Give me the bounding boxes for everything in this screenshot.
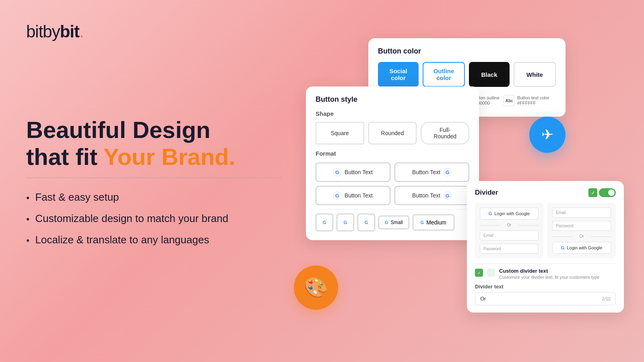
shape-rounded[interactable]: Rounded [368,122,417,144]
cursor-icon: ✈ [541,126,553,143]
shape-label: Shape [316,110,469,117]
shape-full-rounded[interactable]: Full-Rounded [421,122,469,144]
format-btn-2-text: Button Text [412,169,440,175]
divider-input-row[interactable]: Or 2/10 [475,292,616,305]
login-google-text-2: Login with Google [567,245,602,250]
logo-bit1: bit [26,22,43,41]
custom-divider-desc: Customize your divider text, fit your cu… [499,275,599,280]
google-icon-2: G [444,168,452,176]
palette-circle: 🎨 [294,265,338,310]
headline-divider [26,177,282,178]
format-btn-2[interactable]: Button Text G [394,162,469,182]
password-input-2[interactable]: Password [552,221,611,231]
g-icon-medium: G [421,220,424,225]
form-card-2: Email Password Or G Login with Google [547,203,616,259]
btn-social-color[interactable]: Social color [378,62,419,87]
or-divider-1: Or [480,223,539,227]
format-label: Format [316,150,469,157]
icon-only-btn-2[interactable]: G [336,214,354,231]
format-btn-3[interactable]: G Button Text [316,186,390,205]
headline-line2-normal: that fit [26,144,103,170]
icon-buttons-row: G G G [316,214,375,231]
size-small-btn[interactable]: G Small [378,216,409,229]
headline: Beautiful Design that fit Your Brand. [26,117,282,170]
palette-icon: 🎨 [304,276,328,299]
format-btn-3-text: Button Text [345,192,373,199]
divider-panel: Divider ✓ G Login with Google Or Email P… [467,181,624,313]
size-small-label: Small [391,220,403,225]
logo-by: by [43,22,60,41]
custom-divider-square [487,269,495,277]
divider-input-value: Or [480,296,486,302]
shape-square[interactable]: Square [316,122,364,144]
cursor-circle: ✈ [529,117,566,153]
btn-black[interactable]: Black [469,62,510,87]
button-style-title: Button style [316,95,469,104]
swatch-text-color[interactable]: Abc [504,95,515,106]
logo-bit2: bit [60,22,79,41]
g-icon-login-2: G [561,245,565,250]
g-icon-login-1: G [489,211,492,216]
feature-1: Fast & easy setup [26,191,282,204]
btn-outline-color[interactable]: Outline color [423,62,465,87]
button-style-panel: Button style Shape Square Rounded Full-R… [306,86,479,240]
feature-3: Localize & translate to any languages [26,234,282,246]
custom-divider-text: Custom divider text Customize your divid… [499,268,599,280]
divider-char-count: 2/10 [602,296,611,301]
icon-only-btn-3[interactable]: G [357,214,375,231]
divider-panel-title: Divider [475,189,498,197]
format-btn-1-text: Button Text [345,169,373,175]
format-btn-1[interactable]: G Button Text [316,162,390,182]
divider-toggle[interactable]: ✓ [588,188,616,197]
format-btn-4-text: Button Text [412,192,440,199]
google-icon-1: G [333,168,341,176]
form-card-1: G Login with Google Or Email Password [475,203,543,259]
size-medium-btn[interactable]: G Medium [413,214,454,230]
hero-content: Beautiful Design that fit Your Brand. Fa… [26,117,282,246]
email-input-1[interactable]: Email [480,230,539,241]
custom-divider-title: Custom divider text [499,268,599,274]
button-color-title: Button color [378,47,556,56]
headline-line2-brand: Your Brand. [103,144,235,170]
feature-2: Customizable design to match your brand [26,212,282,225]
logo: bitbybit. [26,22,84,41]
btn-white[interactable]: White [514,62,556,87]
g-icon-sm-3: G [365,220,368,225]
icon-only-btn-1[interactable]: G [316,214,333,231]
bottom-strip: G G G G Small G Medium [316,209,469,231]
g-icon-sm-2: G [344,220,347,225]
login-google-text-1: Login with Google [494,211,530,216]
toggle-check-icon: ✓ [588,188,597,197]
divider-text-label: Divider text [475,284,616,290]
headline-line1: Beautiful Design [26,117,211,143]
g-icon-small: G [385,220,388,225]
color-buttons-row: Social color Outline color Black White [378,62,556,87]
custom-divider-row: ✓ Custom divider text Customize your div… [475,263,616,284]
toggle-switch[interactable] [599,188,616,197]
custom-divider-check[interactable]: ✓ [475,269,483,277]
swatch-button-text: Abc Button text color #FFFFFF [504,95,549,106]
google-login-btn-2[interactable]: G Login with Google [552,242,611,254]
size-medium-label: Medium [426,219,446,226]
google-icon-4: G [444,191,452,200]
logo-dot: . [79,22,84,41]
shape-row: Square Rounded Full-Rounded [316,122,469,144]
swatch-button-text-label: Button text color #FFFFFF [517,95,549,106]
email-input-2[interactable]: Email [552,208,611,218]
features-list: Fast & easy setup Customizable design to… [26,191,282,246]
divider-header: Divider ✓ [475,188,616,197]
format-grid: G Button Text Button Text G G Button Tex… [316,162,469,205]
password-input-1[interactable]: Password [480,244,539,254]
format-btn-4[interactable]: Button Text G [394,186,469,205]
or-divider-2: Or [552,234,611,239]
g-icon-sm-1: G [323,220,326,225]
forms-preview: G Login with Google Or Email Password Em… [475,203,616,259]
google-login-btn-1[interactable]: G Login with Google [480,208,539,220]
google-icon-3: G [333,191,341,200]
